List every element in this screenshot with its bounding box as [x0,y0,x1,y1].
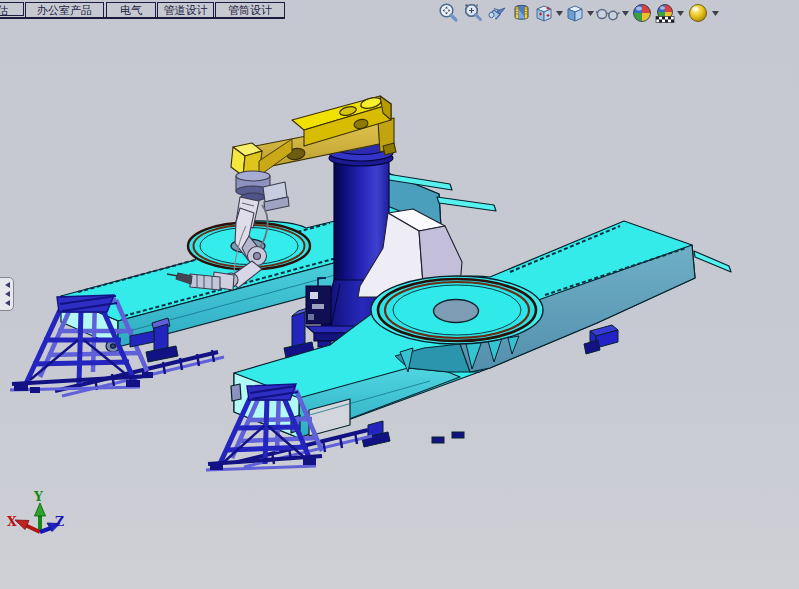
tab-electrical[interactable]: 电气 [106,2,156,18]
hide-show-items-dropdown[interactable] [621,4,630,22]
origin-triad: Y X Z [7,489,64,532]
display-style-button[interactable] [564,2,586,24]
view-settings-ball-icon [688,3,708,23]
tab-piping[interactable]: 管道设计 [157,2,214,18]
cad-application-window: Y X Z 评估 办公室产品 电气 管道设计 管筒设计 [0,0,799,589]
front-ring-bore [434,300,479,323]
view-orientation-button[interactable] [533,2,555,24]
dropdown-arrow-icon [587,11,594,16]
zoom-to-area-icon [462,2,484,24]
front-ring-fixture[interactable] [371,276,543,344]
apply-scene-button[interactable] [654,3,676,24]
dropdown-arrow-icon [556,11,563,16]
dropdown-arrow-icon [712,11,719,16]
display-style-icon [564,2,586,24]
display-style-dropdown[interactable] [586,4,595,22]
model-viewport[interactable]: Y X Z [0,0,799,589]
view-settings-button[interactable] [685,3,711,23]
view-orientation-dropdown[interactable] [555,4,564,22]
zoom-to-area-button[interactable] [460,2,485,24]
section-view-button[interactable] [510,2,533,24]
apply-scene-icon [654,3,676,24]
view-orientation-icon [533,2,555,24]
triad-y-label: Y [33,489,44,504]
collapse-left-icon [5,282,10,288]
previous-view-button[interactable] [485,2,510,24]
zoom-to-fit-button[interactable] [436,2,460,24]
eyeglasses-icon [595,2,621,24]
apply-scene-dropdown[interactable] [676,4,685,22]
tab-evaluate[interactable]: 评估 [0,2,24,16]
appearance-ball-icon [632,3,652,23]
dropdown-arrow-icon [677,11,684,16]
zoom-to-fit-icon [437,2,459,24]
tab-tubing[interactable]: 管筒设计 [215,2,285,18]
collapse-left-icon [5,291,10,297]
collapse-left-icon [5,300,10,306]
triad-z-label: Z [55,514,64,529]
panel-collapse-button[interactable] [0,277,14,311]
view-settings-dropdown[interactable] [711,4,720,22]
heads-up-view-toolbar [436,2,720,24]
previous-view-icon [487,2,509,24]
hide-show-items-button[interactable] [595,2,621,24]
edit-appearance-button[interactable] [630,3,654,23]
tab-office-products[interactable]: 办公室产品 [25,2,104,18]
section-view-icon [511,2,533,24]
triad-x-label: X [7,514,17,529]
dropdown-arrow-icon [622,11,629,16]
